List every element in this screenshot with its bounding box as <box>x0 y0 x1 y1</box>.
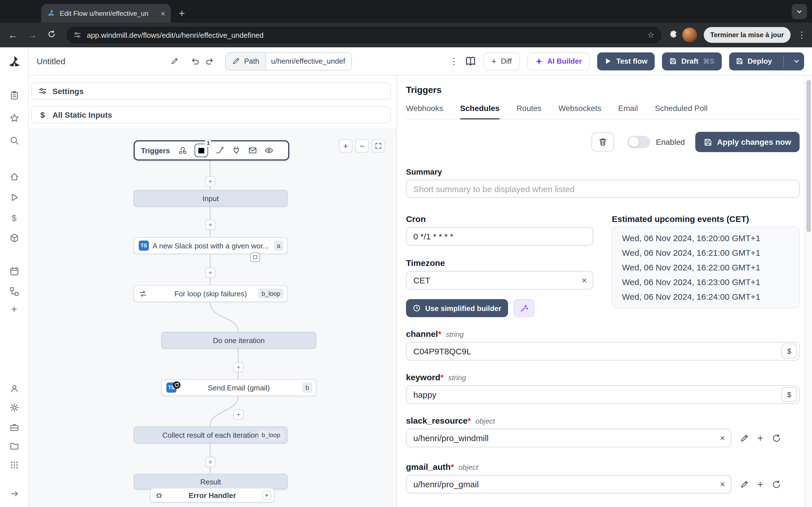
bookmark-star-icon[interactable]: ☆ <box>647 31 654 40</box>
extensions-icon[interactable] <box>669 30 677 40</box>
tab-email[interactable]: Email <box>618 104 638 119</box>
keyword-input[interactable] <box>406 385 800 404</box>
path-edit-button[interactable]: Path <box>225 53 266 69</box>
tab-close-icon[interactable]: × <box>161 9 165 17</box>
apps-grid-icon[interactable] <box>8 459 20 470</box>
add-step-button[interactable]: + <box>205 176 215 186</box>
flow-settings-row[interactable]: Settings <box>31 82 391 100</box>
new-tab-button[interactable]: + <box>179 8 185 18</box>
routes-icon[interactable] <box>216 146 225 155</box>
tab-routes[interactable]: Routes <box>516 104 542 119</box>
tab-schedules[interactable]: Schedules <box>460 104 500 119</box>
browser-menu-kebab-icon[interactable]: ⋮ <box>797 30 806 40</box>
add-step-button[interactable]: + <box>234 362 244 372</box>
add-step-button[interactable]: + <box>205 457 215 467</box>
ai-cron-wand-button[interactable] <box>514 299 535 317</box>
site-settings-icon[interactable] <box>73 31 81 39</box>
zoom-out-button[interactable]: − <box>355 139 369 153</box>
workers-toolbox-icon[interactable] <box>8 421 20 433</box>
scheduled-poll-eye-icon[interactable] <box>265 146 274 155</box>
gmail-auth-input[interactable] <box>406 475 731 494</box>
search-icon[interactable] <box>8 135 20 146</box>
windmill-logo-icon[interactable] <box>7 55 21 69</box>
star-icon[interactable] <box>8 112 20 123</box>
insert-variable-button[interactable]: $ <box>781 387 797 402</box>
edit-resource-pencil-icon[interactable] <box>740 480 749 489</box>
tab-search-chevron-icon[interactable] <box>792 4 807 19</box>
tab-webhooks[interactable]: Webhooks <box>406 104 443 119</box>
flow-node-input[interactable]: Input <box>134 190 288 207</box>
apply-changes-button[interactable]: Apply changes now <box>695 132 800 152</box>
add-step-button[interactable]: + <box>234 409 244 420</box>
flow-node-do-one-iteration[interactable]: Do one iteration <box>161 332 316 349</box>
clipboard-icon[interactable] <box>8 90 20 101</box>
add-resource-plus-icon[interactable]: + <box>757 479 763 489</box>
home-icon[interactable] <box>8 171 20 182</box>
clear-timezone-icon[interactable]: × <box>581 276 587 285</box>
url-bar[interactable]: app.windmill.dev/flows/edit/u/henri/effe… <box>66 26 661 43</box>
diff-button[interactable]: + Diff <box>484 52 520 70</box>
expand-branch-button[interactable] <box>250 252 260 262</box>
flow-node-collect-result[interactable]: Collect result of each iteration b_loop <box>134 427 288 443</box>
deploy-dropdown-chevron-icon[interactable] <box>788 52 804 70</box>
fit-view-button[interactable] <box>371 139 385 153</box>
clear-resource-icon[interactable]: × <box>720 480 725 489</box>
add-error-handler-button[interactable]: + <box>262 491 271 500</box>
insert-variable-button[interactable]: $ <box>781 344 797 358</box>
schedule-calendar-icon-selected[interactable]: 1 <box>195 144 208 157</box>
clear-resource-icon[interactable]: × <box>720 434 725 443</box>
tab-websockets[interactable]: Websockets <box>559 104 601 119</box>
flow-canvas[interactable]: Triggers 1 <box>29 128 396 507</box>
reload-icon[interactable] <box>44 30 59 40</box>
browser-update-button[interactable]: Terminer la mise à jour <box>703 27 791 43</box>
flow-node-result[interactable]: Result <box>134 474 288 490</box>
settings-gear-icon[interactable] <box>8 402 20 413</box>
deploy-button[interactable]: Deploy <box>729 52 804 70</box>
schedules-calendar-icon[interactable] <box>8 265 20 277</box>
email-envelope-icon[interactable] <box>248 146 257 155</box>
flow-node-send-email[interactable]: TS Send Email (gmail) b <box>161 379 316 396</box>
timezone-input[interactable] <box>406 271 593 290</box>
browser-profile-avatar[interactable] <box>682 27 697 42</box>
resources-package-icon[interactable] <box>8 232 20 243</box>
expand-sidebar-arrow-icon[interactable] <box>8 488 20 499</box>
webhook-icon[interactable] <box>179 146 188 155</box>
enabled-toggle[interactable] <box>627 136 650 148</box>
flow-name[interactable]: Untitled <box>37 56 65 66</box>
flow-node-error-handler[interactable]: Error Handler + <box>150 488 274 503</box>
docs-book-icon[interactable] <box>465 56 476 66</box>
browser-tab[interactable]: Edit Flow u/henri/effective_un × <box>41 4 171 22</box>
all-static-inputs-row[interactable]: $ All Static Inputs <box>31 106 391 123</box>
more-options-kebab-icon[interactable]: ⋮ <box>450 56 458 66</box>
forward-icon[interactable]: → <box>25 30 40 40</box>
refresh-resource-icon[interactable] <box>772 480 781 489</box>
runs-play-icon[interactable] <box>8 191 20 203</box>
flow-node-slack-post[interactable]: TS A new Slack post with a given wor... … <box>134 237 288 254</box>
tab-scheduled-poll[interactable]: Scheduled Poll <box>655 104 708 119</box>
flow-name-box[interactable]: Untitled <box>37 56 179 66</box>
add-resource-plus-icon[interactable]: + <box>757 433 763 443</box>
url-text[interactable]: app.windmill.dev/flows/edit/u/henri/effe… <box>87 31 642 39</box>
refresh-resource-icon[interactable] <box>772 434 781 443</box>
channel-input[interactable] <box>406 342 800 360</box>
undo-icon[interactable] <box>191 57 200 65</box>
add-step-button[interactable]: + <box>205 268 215 278</box>
variables-dollar-icon[interactable]: $ <box>8 212 20 223</box>
folders-icon[interactable] <box>8 440 20 451</box>
redo-icon[interactable] <box>205 57 214 65</box>
scrollbar-thumb[interactable] <box>806 80 811 232</box>
flow-node-triggers[interactable]: Triggers 1 <box>134 140 289 161</box>
flow-node-for-loop[interactable]: For loop (skip failures) b_loop <box>134 285 288 302</box>
test-flow-button[interactable]: Test flow <box>597 52 655 70</box>
edit-resource-pencil-icon[interactable] <box>740 434 749 443</box>
delete-schedule-button[interactable] <box>592 132 614 152</box>
cron-input[interactable] <box>406 227 593 245</box>
draft-button[interactable]: Draft ⌘S <box>662 52 722 70</box>
simplified-builder-button[interactable]: Use simplified builder <box>406 299 508 317</box>
rename-pencil-icon[interactable] <box>170 57 179 65</box>
slack-resource-input[interactable] <box>406 429 731 447</box>
user-icon[interactable] <box>8 383 20 394</box>
summary-input[interactable] <box>406 180 800 198</box>
ai-builder-button[interactable]: AI Builder <box>527 52 590 70</box>
zoom-in-button[interactable]: + <box>339 139 352 153</box>
